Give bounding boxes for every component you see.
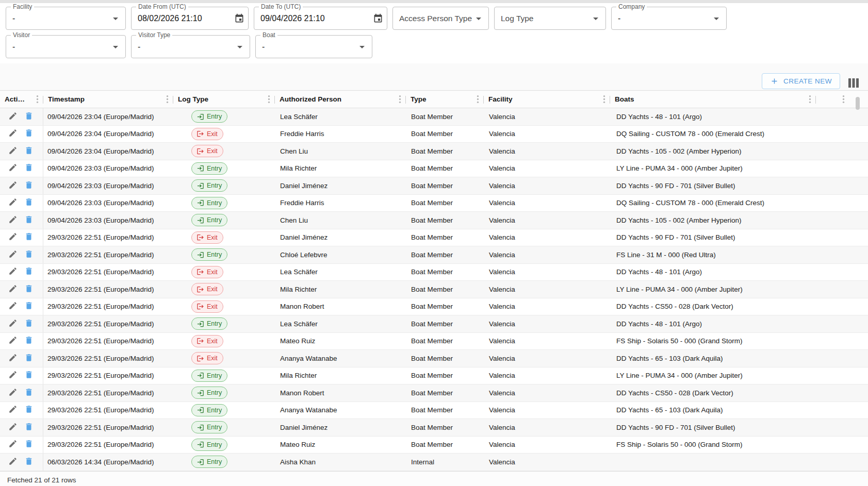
spacer-cell (816, 126, 868, 143)
person-cell: Lea Schäfer (275, 315, 406, 332)
vertical-scrollbar-thumb[interactable] (856, 97, 860, 110)
delete-button[interactable] (24, 163, 34, 174)
delete-button[interactable] (24, 128, 34, 139)
facility-cell: Valencia (484, 298, 610, 315)
edit-button[interactable] (8, 405, 18, 415)
column-header-boats[interactable]: Boats (610, 91, 816, 108)
delete-button[interactable] (24, 353, 34, 364)
delete-button[interactable] (24, 266, 34, 277)
kebab-menu-icon[interactable] (842, 95, 845, 104)
delete-button[interactable] (24, 232, 34, 243)
edit-button[interactable] (8, 353, 18, 364)
delete-button[interactable] (24, 180, 34, 191)
calendar-icon[interactable] (234, 13, 244, 24)
edit-button[interactable] (8, 388, 18, 398)
column-header-timestamp[interactable]: Timestamp (43, 91, 173, 108)
spacer-cell (816, 108, 868, 125)
facility-cell: Valencia (484, 454, 610, 471)
delete-button[interactable] (24, 301, 34, 312)
edit-button[interactable] (8, 457, 18, 467)
log-type-cell: Exit (173, 333, 275, 350)
actions-cell (0, 212, 43, 229)
filter-access-person-type[interactable]: Access Person Type (392, 7, 489, 30)
kebab-menu-icon[interactable] (166, 95, 169, 104)
kebab-menu-icon[interactable] (809, 95, 811, 104)
delete-button[interactable] (24, 439, 34, 450)
delete-button[interactable] (24, 284, 34, 295)
edit-button[interactable] (8, 215, 18, 226)
kebab-menu-icon[interactable] (399, 95, 401, 104)
calendar-icon[interactable] (373, 13, 383, 24)
filter-boat[interactable]: Boat- (255, 35, 372, 58)
edit-button[interactable] (8, 284, 18, 295)
edit-button[interactable] (8, 111, 18, 122)
kebab-menu-icon[interactable] (603, 95, 605, 104)
spacer-cell (816, 212, 868, 229)
facility-cell: Valencia (484, 384, 610, 401)
delete-button[interactable] (24, 319, 34, 329)
column-header-authorized-person[interactable]: Authorized Person (275, 91, 406, 108)
facility-cell: Valencia (484, 246, 610, 263)
delete-button[interactable] (24, 405, 34, 415)
person-cell: Freddie Harris (275, 195, 406, 212)
actions-cell (0, 298, 43, 315)
log-type-label: Entry (207, 320, 222, 327)
trash-icon (24, 353, 34, 364)
filter-facility[interactable]: Facility- (6, 7, 126, 30)
filter-visitor-type[interactable]: Visitor Type- (131, 35, 250, 58)
facility-cell: Valencia (484, 281, 610, 298)
edit-button[interactable] (8, 301, 18, 312)
column-header-actions[interactable]: Actions (0, 91, 43, 108)
columns-icon[interactable] (847, 78, 860, 88)
edit-button[interactable] (8, 370, 18, 381)
log-type-cell: Entry (173, 315, 275, 332)
column-header-type[interactable]: Type (406, 91, 484, 108)
delete-button[interactable] (24, 370, 34, 381)
filter-date-to-utc[interactable]: Date To (UTC)09/04/2026 21:10 (254, 7, 387, 30)
log-type-label: Exit (207, 355, 218, 362)
edit-button[interactable] (8, 163, 18, 174)
filter-date-from-utc[interactable]: Date From (UTC)08/02/2026 21:10 (131, 7, 249, 30)
facility-cell: Valencia (484, 402, 610, 419)
delete-button[interactable] (24, 111, 34, 122)
edit-button[interactable] (8, 319, 18, 329)
trash-icon (24, 266, 34, 277)
delete-button[interactable] (24, 215, 34, 226)
timestamp-cell: 09/04/2026 23:03 (Europe/Madrid) (43, 160, 173, 177)
edit-button[interactable] (8, 249, 18, 260)
edit-button[interactable] (8, 146, 18, 157)
filter-company[interactable]: Company- (611, 7, 727, 30)
login-icon (196, 164, 204, 172)
delete-button[interactable] (24, 197, 34, 208)
edit-button[interactable] (8, 439, 18, 450)
filter-visitor[interactable]: Visitor- (6, 35, 126, 58)
pencil-icon (8, 370, 18, 381)
timestamp-cell: 09/04/2026 23:03 (Europe/Madrid) (43, 177, 173, 194)
kebab-menu-icon[interactable] (36, 95, 39, 104)
column-header-facility[interactable]: Facility (484, 91, 610, 108)
edit-button[interactable] (8, 128, 18, 139)
type-cell: Internal (406, 454, 484, 471)
delete-button[interactable] (24, 457, 34, 467)
edit-button[interactable] (8, 422, 18, 433)
edit-button[interactable] (8, 180, 18, 191)
delete-button[interactable] (24, 388, 34, 398)
column-header-log-type[interactable]: Log Type (173, 91, 275, 108)
delete-button[interactable] (24, 146, 34, 157)
trash-icon (24, 388, 34, 398)
create-new-button[interactable]: CREATE NEW (762, 73, 840, 89)
edit-button[interactable] (8, 266, 18, 277)
edit-button[interactable] (8, 336, 18, 346)
delete-button[interactable] (24, 249, 34, 260)
edit-button[interactable] (8, 197, 18, 208)
delete-button[interactable] (24, 336, 34, 346)
kebab-menu-icon[interactable] (268, 95, 270, 104)
filter-log-type[interactable]: Log Type (494, 7, 606, 30)
kebab-menu-icon[interactable] (477, 95, 479, 104)
edit-button[interactable] (8, 232, 18, 243)
boats-cell: DD Yachts - 48 - 101 (Argo) (610, 264, 816, 281)
delete-button[interactable] (24, 422, 34, 433)
table-row: 06/03/2026 14:34 (Europe/Madrid)EntryAis… (0, 454, 868, 471)
boats-cell: LY Line - PUMA 34 - 000 (Amber Jupiter) (610, 367, 816, 384)
trash-icon (24, 457, 34, 467)
